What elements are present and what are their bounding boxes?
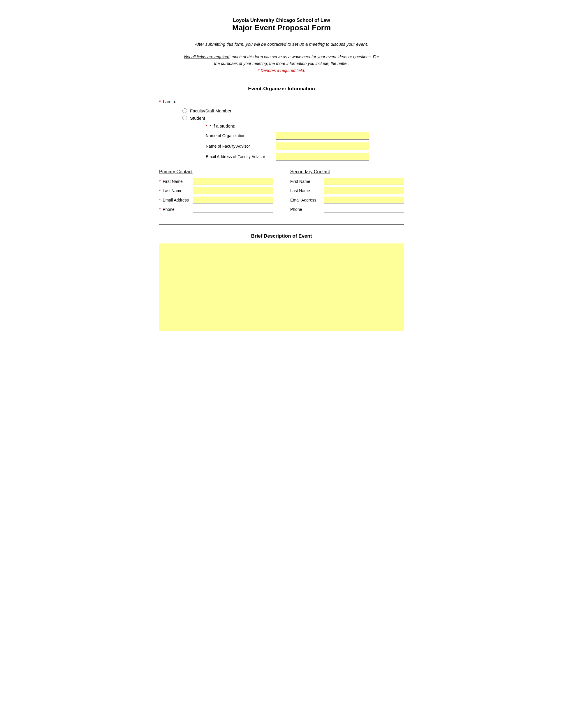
org-name-row: Name of Organization xyxy=(206,132,404,139)
secondary-email-label: Email Address xyxy=(290,198,322,202)
primary-first-name-input[interactable] xyxy=(193,178,273,185)
secondary-last-name-input[interactable] xyxy=(324,187,404,194)
secondary-phone-label: Phone xyxy=(290,207,322,212)
faculty-advisor-email-row: Email Address of Faculty Advisor xyxy=(206,153,404,160)
role-radio-group: Faculty/Staff Member Student xyxy=(182,108,404,121)
faculty-radio[interactable] xyxy=(182,108,187,113)
brief-description-textarea[interactable] xyxy=(159,243,404,331)
primary-contact-column: Primary Contact * First Name * Last Name… xyxy=(159,169,273,215)
iam-label: * I am a: xyxy=(159,99,404,104)
primary-first-name-label: * First Name xyxy=(159,179,191,184)
note-underlined: Not all fields are required xyxy=(184,54,229,59)
primary-phone-row: * Phone xyxy=(159,206,273,213)
required-note: * Denotes a required field. xyxy=(258,68,305,73)
faculty-advisor-name-label: Name of Faculty Advisor xyxy=(206,144,273,149)
contacts-section: Primary Contact * First Name * Last Name… xyxy=(159,169,404,215)
secondary-contact-column: Secondary Contact First Name Last Name E… xyxy=(290,169,404,215)
note-part2: ; much of this form can serve as a works… xyxy=(229,54,379,59)
primary-first-name-row: * First Name xyxy=(159,178,273,185)
intro-text: After submitting this form, you will be … xyxy=(159,41,404,48)
org-name-input[interactable] xyxy=(276,132,369,139)
form-title: Major Event Proposal Form xyxy=(159,23,404,32)
primary-phone-input[interactable] xyxy=(193,206,273,213)
student-option[interactable]: Student xyxy=(182,116,404,121)
student-section: * * If a student: Name of Organization N… xyxy=(206,123,404,160)
primary-last-name-row: * Last Name xyxy=(159,187,273,194)
student-radio[interactable] xyxy=(182,116,187,120)
university-name: Loyola University Chicago School of Law xyxy=(159,17,404,23)
secondary-first-name-input[interactable] xyxy=(324,178,404,185)
primary-email-label: * Email Address xyxy=(159,198,191,202)
secondary-email-row: Email Address xyxy=(290,197,404,204)
if-student-label: * * If a student: xyxy=(206,123,404,128)
faculty-advisor-email-label: Email Address of Faculty Advisor xyxy=(206,154,273,159)
primary-email-input[interactable] xyxy=(193,197,273,204)
org-name-label: Name of Organization xyxy=(206,133,273,138)
form-header: Loyola University Chicago School of Law … xyxy=(159,17,404,32)
section-divider xyxy=(159,224,404,225)
faculty-advisor-email-input[interactable] xyxy=(276,153,369,160)
brief-description-title: Brief Description of Event xyxy=(159,233,404,239)
faculty-staff-option[interactable]: Faculty/Staff Member xyxy=(182,108,404,113)
secondary-first-name-row: First Name xyxy=(290,178,404,185)
primary-last-name-label: * Last Name xyxy=(159,188,191,193)
secondary-phone-input[interactable] xyxy=(324,206,404,213)
note-block: Not all fields are required; much of thi… xyxy=(159,54,404,74)
student-fields: Name of Organization Name of Faculty Adv… xyxy=(206,132,404,160)
secondary-first-name-label: First Name xyxy=(290,179,322,184)
secondary-last-name-label: Last Name xyxy=(290,188,322,193)
primary-phone-label: * Phone xyxy=(159,207,191,212)
primary-contact-title: Primary Contact xyxy=(159,169,273,174)
faculty-label: Faculty/Staff Member xyxy=(190,108,231,113)
secondary-email-input[interactable] xyxy=(324,197,404,204)
organizer-section-title: Event-Organizer Information xyxy=(159,86,404,92)
primary-last-name-input[interactable] xyxy=(193,187,273,194)
secondary-contact-title: Secondary Contact xyxy=(290,169,404,174)
brief-description-section: Brief Description of Event xyxy=(159,233,404,332)
required-star-student: * xyxy=(206,123,207,128)
faculty-advisor-name-input[interactable] xyxy=(276,142,369,150)
note-part3: the purposes of your meeting, the more i… xyxy=(214,61,349,66)
organizer-section: Event-Organizer Information * I am a: Fa… xyxy=(159,86,404,160)
secondary-last-name-row: Last Name xyxy=(290,187,404,194)
primary-email-row: * Email Address xyxy=(159,197,273,204)
student-label: Student xyxy=(190,116,205,121)
required-star-iam: * xyxy=(159,99,161,104)
secondary-phone-row: Phone xyxy=(290,206,404,213)
faculty-advisor-name-row: Name of Faculty Advisor xyxy=(206,142,404,150)
